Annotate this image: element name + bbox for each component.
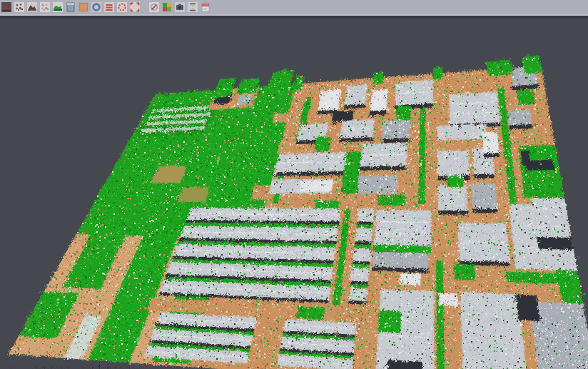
orthomosaic-icon[interactable] [78, 2, 88, 12]
point-cloud-render [0, 19, 588, 369]
toolbar-group-separator [143, 2, 149, 12]
main-toolbar [0, 0, 588, 14]
3d-viewport[interactable] [0, 19, 588, 369]
camera-icon[interactable] [175, 2, 185, 12]
disabled-tool-icon[interactable] [149, 2, 159, 12]
attribute-table-icon[interactable] [104, 2, 114, 12]
flag-notes-icon[interactable] [201, 2, 211, 12]
application-window [0, 0, 588, 369]
mesh-model-icon[interactable] [27, 2, 37, 12]
photos-panel-icon[interactable] [66, 2, 76, 12]
update-globe-icon[interactable] [91, 2, 101, 12]
navigation-cube-icon[interactable] [1, 2, 11, 12]
circle-selection-icon[interactable] [117, 2, 127, 12]
hourglass-tool-icon[interactable] [188, 2, 198, 12]
sparse-cloud-icon[interactable] [40, 2, 50, 12]
classification-colors-icon[interactable] [162, 2, 172, 12]
dem-terrain-icon[interactable] [53, 2, 63, 12]
point-markers-icon[interactable] [14, 2, 24, 12]
rectangle-selection-icon[interactable] [130, 2, 140, 12]
